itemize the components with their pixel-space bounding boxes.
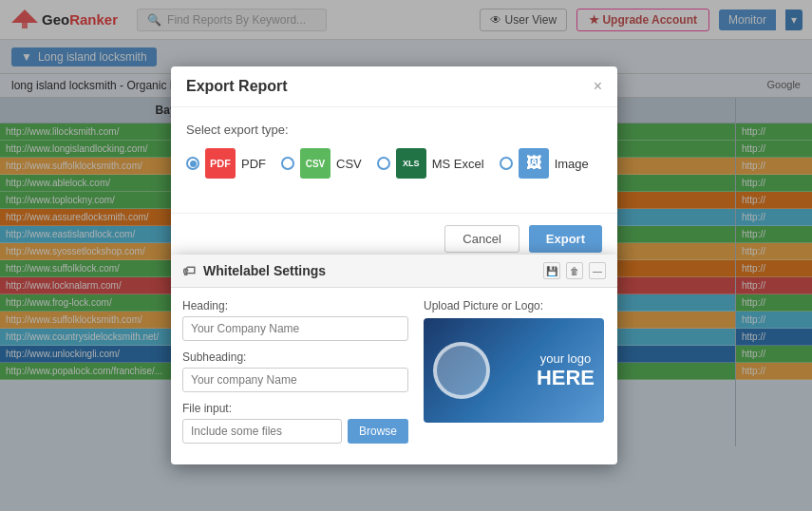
close-icon[interactable]: ×: [594, 78, 602, 95]
whitelabel-modal: 🏷 Whitelabel Settings 💾 🗑 — Heading: Sub…: [171, 255, 617, 464]
export-modal-header: Export Report ×: [171, 66, 617, 107]
radio-image[interactable]: [500, 157, 513, 170]
pdf-label: PDF: [241, 157, 266, 171]
export-option-image[interactable]: 🖼 Image: [500, 148, 589, 179]
whitelabel-title: Whitelabel Settings: [203, 263, 326, 278]
logo-small-text: your logo: [537, 351, 595, 366]
minimize-icon[interactable]: —: [589, 262, 606, 279]
whitelabel-logo-area: Upload Picture or Logo: your logo HERE: [424, 299, 606, 453]
radio-csv[interactable]: [281, 157, 294, 170]
export-option-csv[interactable]: CSV CSV: [281, 148, 362, 179]
export-modal-title: Export Report: [186, 78, 288, 95]
logo-preview: your logo HERE: [424, 318, 604, 423]
delete-icon[interactable]: 🗑: [566, 262, 583, 279]
logo-text-area: your logo HERE: [537, 351, 595, 390]
excel-icon: XLS: [396, 148, 426, 179]
logo-big-text: HERE: [537, 366, 595, 390]
subheading-group: Subheading:: [182, 350, 408, 392]
heading-label: Heading:: [182, 299, 408, 312]
radio-excel[interactable]: [377, 157, 390, 170]
tag-icon: 🏷: [182, 263, 196, 278]
export-options: PDF PDF CSV CSV XLS MS Excel 🖼 Image: [186, 148, 602, 179]
heading-input[interactable]: [182, 316, 408, 341]
subheading-input[interactable]: [182, 368, 408, 392]
file-input-field[interactable]: [182, 419, 342, 444]
image-label: Image: [555, 157, 589, 171]
export-type-label: Select export type:: [186, 123, 602, 137]
pdf-icon: PDF: [205, 148, 236, 179]
excel-label: MS Excel: [432, 157, 484, 171]
file-input-label: File input:: [182, 402, 408, 415]
whitelabel-title-area: 🏷 Whitelabel Settings: [182, 263, 326, 278]
export-modal-body: Select export type: PDF PDF CSV CSV XLS …: [171, 107, 617, 213]
file-input-row: Browse: [182, 419, 408, 444]
browse-button[interactable]: Browse: [348, 419, 408, 444]
file-input-group: File input: Browse: [182, 402, 408, 444]
whitelabel-body: Heading: Subheading: File input: Browse …: [171, 288, 617, 464]
export-option-pdf[interactable]: PDF PDF: [186, 148, 266, 179]
subheading-label: Subheading:: [182, 350, 408, 364]
cancel-button[interactable]: Cancel: [444, 225, 519, 253]
whitelabel-controls: 💾 🗑 —: [543, 262, 606, 279]
logo-circle-decoration: [433, 342, 490, 399]
save-icon[interactable]: 💾: [543, 262, 560, 279]
radio-pdf[interactable]: [186, 157, 199, 170]
export-report-modal: Export Report × Select export type: PDF …: [171, 66, 617, 264]
export-option-excel[interactable]: XLS MS Excel: [377, 148, 484, 179]
upload-label: Upload Picture or Logo:: [424, 299, 606, 312]
whitelabel-header: 🏷 Whitelabel Settings 💾 🗑 —: [171, 255, 617, 288]
heading-group: Heading:: [182, 299, 408, 341]
whitelabel-form: Heading: Subheading: File input: Browse: [182, 299, 408, 453]
export-button[interactable]: Export: [529, 225, 602, 253]
csv-label: CSV: [336, 157, 362, 171]
image-icon: 🖼: [519, 148, 549, 179]
csv-icon: CSV: [300, 148, 330, 179]
